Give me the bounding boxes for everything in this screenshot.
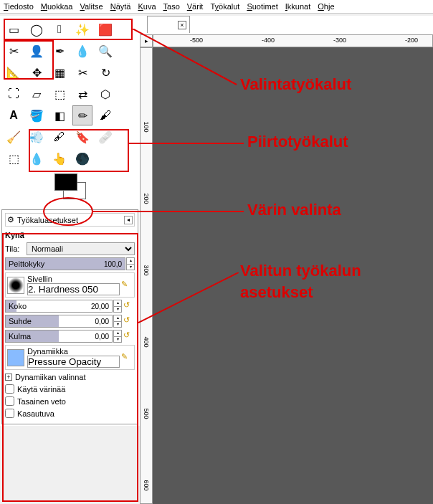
menu-select[interactable]: Valitse bbox=[80, 2, 103, 11]
heal-tool[interactable]: 🩹 bbox=[95, 127, 115, 147]
size-reset-icon[interactable]: ↺ bbox=[123, 300, 135, 312]
color-picker-tool[interactable]: 💧 bbox=[72, 41, 92, 61]
tool-options-panel: ⚙ Työkaluasetukset ◂ Kynä Tila: Normaali… bbox=[1, 209, 138, 424]
dynamics-icon bbox=[7, 349, 24, 366]
angle-slider[interactable]: Kulma 0,00 bbox=[5, 330, 113, 343]
ratio-spinner[interactable]: ▴▾ bbox=[113, 315, 122, 328]
rect-select-tool[interactable]: ▭ bbox=[4, 19, 24, 39]
ratio-reset-icon[interactable]: ↺ bbox=[123, 315, 135, 327]
lasso-tool[interactable]: 𓆟 bbox=[49, 19, 70, 39]
ellipse-select-tool[interactable]: ◯ bbox=[27, 19, 47, 39]
annotation-color: Värin valinta bbox=[247, 201, 341, 219]
ruler-corner[interactable]: ▸ bbox=[140, 34, 153, 47]
dynamics-options-expander[interactable]: +Dynamiikan valinnat bbox=[5, 373, 135, 381]
smooth-checkbox[interactable] bbox=[5, 396, 14, 406]
move-tool[interactable]: ✥ bbox=[27, 62, 47, 82]
jitter-checkbox[interactable] bbox=[5, 384, 14, 394]
angle-reset-icon[interactable]: ↺ bbox=[123, 331, 135, 342]
scale-tool[interactable]: ⛶ bbox=[4, 84, 24, 104]
crop-tool[interactable]: ✂ bbox=[72, 62, 92, 82]
foreground-color[interactable] bbox=[54, 173, 77, 191]
brush-preview-icon bbox=[7, 277, 24, 294]
color-select-tool[interactable]: 🟥 bbox=[95, 19, 115, 39]
text-tool[interactable]: A bbox=[4, 105, 24, 125]
fuzzy-select-tool[interactable]: ✨ bbox=[72, 19, 92, 39]
brush-selector[interactable]: Sivellin ✎ bbox=[5, 272, 135, 298]
panel-icon: ⚙ bbox=[7, 215, 14, 224]
size-slider[interactable]: Koko 20,00 bbox=[5, 300, 113, 313]
vertical-ruler[interactable]: 100 200 300 400 500 600 bbox=[140, 47, 153, 504]
tool-name-label: Kynä bbox=[5, 229, 135, 241]
angle-spinner[interactable]: ▴▾ bbox=[113, 330, 122, 343]
zoom-tool[interactable]: 🔍 bbox=[95, 41, 115, 61]
align-tool[interactable]: ▦ bbox=[49, 62, 70, 82]
ink-tool[interactable]: 🖋 bbox=[49, 127, 70, 147]
menu-edit[interactable]: Muokkaa bbox=[41, 2, 73, 11]
left-panel: ▭ ◯ 𓆟 ✨ 🟥 ✂ 👤 ✒ 💧 🔍 📐 ✥ ▦ ✂ ↻ ⛶ ▱ ⬚ ⇄ ⬡ bbox=[0, 16, 140, 426]
airbrush-tool[interactable]: 💨 bbox=[27, 127, 47, 147]
annotation-drawing: Piirtotyökalut bbox=[247, 133, 348, 151]
size-spinner[interactable]: ▴▾ bbox=[113, 300, 122, 313]
panel-title: Työkaluasetukset bbox=[14, 216, 124, 224]
pencil-tool[interactable]: ✏ bbox=[72, 105, 92, 125]
menu-help[interactable]: Ohje bbox=[318, 2, 334, 11]
ratio-slider[interactable]: Suhde 0,00 bbox=[5, 315, 113, 328]
incremental-checkbox[interactable] bbox=[5, 409, 14, 418]
menubar: Tiedosto Muokkaa Valitse Näytä Kuva Taso… bbox=[0, 0, 433, 14]
paintbrush-tool[interactable]: 🖌 bbox=[95, 105, 115, 125]
blend-tool[interactable]: ◧ bbox=[49, 105, 70, 125]
menu-image[interactable]: Kuva bbox=[138, 2, 156, 11]
annotation-options-1: Valitun työkalun bbox=[240, 262, 361, 280]
blur-tool[interactable]: 💧 bbox=[27, 148, 47, 168]
brush-edit-icon[interactable]: ✎ bbox=[121, 280, 133, 291]
cage-tool[interactable]: ⬡ bbox=[95, 84, 115, 104]
rotate-tool[interactable]: ↻ bbox=[95, 62, 115, 82]
dodge-tool[interactable]: 🌑 bbox=[72, 148, 92, 168]
bucket-tool[interactable]: 🪣 bbox=[27, 105, 47, 125]
image-tab[interactable]: × bbox=[147, 16, 190, 33]
menu-tools[interactable]: Työkalut bbox=[210, 2, 239, 11]
paths-tool[interactable]: ✒ bbox=[49, 41, 70, 61]
shear-tool[interactable]: ▱ bbox=[27, 84, 47, 104]
foreground-select-tool[interactable]: 👤 bbox=[27, 41, 47, 61]
panel-menu-button[interactable]: ◂ bbox=[124, 216, 133, 224]
menu-view[interactable]: Näytä bbox=[110, 2, 131, 11]
dynamics-edit-icon[interactable]: ✎ bbox=[121, 352, 133, 363]
menu-file[interactable]: Tiedosto bbox=[4, 2, 34, 11]
opacity-slider[interactable]: Peittokyky 100,0 bbox=[5, 257, 125, 270]
annotation-selection: Valintatyökalut bbox=[240, 75, 351, 94]
brush-name-input[interactable] bbox=[27, 283, 120, 295]
flip-tool[interactable]: ⇄ bbox=[72, 84, 92, 104]
scissors-tool[interactable]: ✂ bbox=[4, 41, 24, 61]
horizontal-ruler[interactable]: -500 -400 -300 -200 bbox=[153, 34, 433, 47]
dynamics-input[interactable] bbox=[27, 356, 120, 368]
menu-filters[interactable]: Suotimet bbox=[247, 2, 277, 11]
menu-windows[interactable]: Ikkunat bbox=[285, 2, 310, 11]
measure-tool[interactable]: 📐 bbox=[4, 62, 24, 82]
toolbox: ▭ ◯ 𓆟 ✨ 🟥 ✂ 👤 ✒ 💧 🔍 📐 ✥ ▦ ✂ ↻ ⛶ ▱ ⬚ ⇄ ⬡ bbox=[0, 16, 140, 208]
menu-layer[interactable]: Taso bbox=[163, 2, 180, 11]
perspective-tool[interactable]: ⬚ bbox=[49, 84, 70, 104]
smudge-tool[interactable]: 👆 bbox=[49, 148, 70, 168]
menu-colors[interactable]: Värit bbox=[187, 2, 204, 11]
color-swatch[interactable] bbox=[49, 172, 92, 201]
mode-select[interactable]: Normaali bbox=[27, 242, 135, 255]
clone-tool[interactable]: 🔖 bbox=[72, 127, 92, 147]
perspective-clone-tool[interactable]: ⬚ bbox=[4, 148, 24, 168]
annotation-options-2: asetukset bbox=[240, 283, 313, 302]
close-tab-icon[interactable]: × bbox=[178, 21, 186, 29]
opacity-spinner[interactable]: ▴▾ bbox=[126, 257, 135, 270]
dynamics-selector[interactable]: Dynamiikka ✎ bbox=[5, 345, 135, 370]
mode-label: Tila: bbox=[5, 244, 27, 253]
eraser-tool[interactable]: 🧹 bbox=[4, 127, 24, 147]
